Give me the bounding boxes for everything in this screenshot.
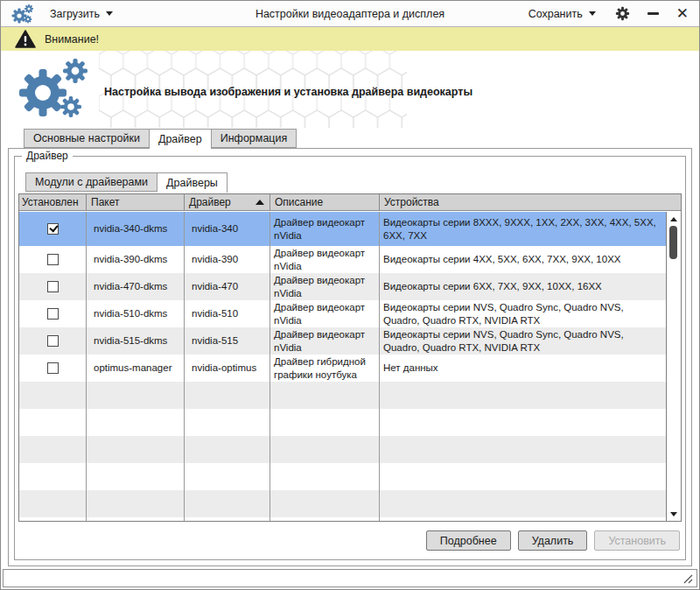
cell-package: nvidia-510-dkms — [87, 300, 185, 327]
empty-cell — [87, 409, 185, 436]
banner-gears-icon — [15, 58, 95, 121]
chevron-down-icon — [106, 11, 113, 16]
cell-devices: Нет данных — [380, 355, 666, 382]
minimize-button[interactable] — [648, 12, 659, 15]
banner: Настройка вывода изображения и установка… — [1, 51, 699, 128]
column-header-installed[interactable]: Установлен — [19, 194, 87, 210]
table-row[interactable]: nvidia-340-dkmsnvidia-340Драйвер видеока… — [19, 212, 666, 246]
empty-cell — [87, 490, 185, 517]
empty-cell — [19, 463, 87, 490]
save-menu-button[interactable]: Сохранить — [527, 4, 598, 24]
empty-cell — [270, 463, 380, 490]
driver-tab-panel: Драйвер Модули с драйверами Драйверы Уст… — [8, 148, 692, 566]
empty-cell — [270, 490, 380, 517]
empty-cell — [270, 517, 380, 521]
details-button[interactable]: Подробнее — [426, 530, 511, 551]
empty-table-row — [19, 517, 666, 521]
empty-cell — [270, 436, 380, 463]
warning-triangle-icon — [15, 30, 36, 48]
cell-installed — [19, 273, 87, 300]
tab-basic-settings[interactable]: Основные настройки — [24, 129, 150, 148]
empty-cell — [185, 490, 270, 517]
titlebar: Загрузить Настройки видеоадаптера и дисп… — [1, 1, 699, 27]
column-header-driver[interactable]: Драйвер — [185, 194, 270, 210]
remove-button[interactable]: Удалить — [518, 530, 588, 551]
table-row[interactable]: optimus-managernvidia-optimusДрайвер гиб… — [19, 355, 666, 382]
banner-title: Настройка вывода изображения и установка… — [104, 86, 472, 98]
empty-cell — [185, 463, 270, 490]
empty-cell — [19, 409, 87, 436]
column-header-description[interactable]: Описание — [270, 194, 380, 210]
empty-cell — [19, 517, 87, 521]
cell-package: nvidia-390-dkms — [87, 246, 185, 273]
close-icon: ✕ — [676, 6, 689, 21]
column-header-package[interactable]: Пакет — [87, 194, 185, 210]
table-row[interactable]: nvidia-470-dkmsnvidia-470Драйвер видеока… — [19, 273, 666, 300]
scrollbar-down-button[interactable] — [667, 508, 681, 520]
warning-label: Внимание! — [45, 33, 99, 46]
empty-table-row — [19, 382, 666, 409]
main-tabbar: Основные настройки Драйвер Информация — [24, 129, 297, 149]
cell-devices: Видеокарты серии NVS, Quadro Sync, Quadr… — [380, 327, 666, 355]
app-gears-icon — [11, 4, 34, 25]
installed-checkbox[interactable] — [47, 335, 59, 347]
empty-cell — [185, 436, 270, 463]
cell-devices: Видеокарты серии 4XX, 5XX, 6XX, 7XX, 9XX… — [380, 246, 666, 273]
cell-installed — [19, 212, 87, 246]
cell-package: optimus-manager — [87, 355, 185, 382]
tab-drivers[interactable]: Драйверы — [158, 172, 228, 193]
cell-driver: nvidia-510 — [185, 300, 270, 327]
scrollbar-up-button[interactable] — [667, 213, 681, 225]
titlebar-right-controls: Сохранить — [527, 4, 689, 24]
installed-checkbox[interactable] — [47, 223, 59, 235]
table-row[interactable]: nvidia-510-dkmsnvidia-510Драйвер видеока… — [19, 300, 666, 327]
empty-cell — [87, 382, 185, 409]
close-button[interactable]: ✕ — [676, 6, 689, 21]
installed-checkbox[interactable] — [47, 254, 59, 265]
empty-cell — [185, 517, 270, 521]
empty-cell — [270, 409, 380, 436]
table-row[interactable]: nvidia-515-dkmsnvidia-515Драйвер видеока… — [19, 327, 666, 355]
minimize-icon — [648, 12, 659, 15]
sort-ascending-icon — [256, 200, 264, 205]
column-header-devices[interactable]: Устройства — [380, 194, 681, 210]
table-row[interactable]: nvidia-390-dkmsnvidia-390Драйвер видеока… — [19, 246, 666, 273]
driver-table-body: nvidia-340-dkmsnvidia-340Драйвер видеока… — [19, 212, 666, 521]
empty-cell — [380, 436, 666, 463]
empty-cell — [87, 517, 185, 521]
chevron-down-icon — [589, 11, 596, 16]
cell-devices: Видеокарты серии 8XXX, 9XXX, 1XX, 2XX, 3… — [380, 212, 666, 246]
installed-checkbox[interactable] — [47, 281, 59, 292]
scrollbar-thumb[interactable] — [669, 226, 677, 259]
tab-information[interactable]: Информация — [212, 129, 298, 148]
cell-description: Драйвер видеокарт nVidia — [270, 246, 380, 273]
empty-table-row — [19, 409, 666, 436]
cell-installed — [19, 300, 87, 327]
cell-installed — [19, 327, 87, 355]
tab-driver-modules[interactable]: Модули с драйверами — [25, 172, 158, 192]
load-menu-button[interactable]: Загрузить — [48, 4, 115, 24]
cell-description: Драйвер видеокарт nVidia — [270, 300, 380, 327]
resize-grip-icon[interactable] — [682, 573, 693, 584]
cell-package: nvidia-470-dkms — [87, 273, 185, 300]
cell-devices: Видеокарты серии 6XX, 7XX, 9XX, 10XX, 16… — [380, 273, 666, 300]
cell-driver: nvidia-340 — [185, 212, 270, 246]
cell-driver: nvidia-optimus — [185, 355, 270, 382]
empty-cell — [380, 490, 666, 517]
installed-checkbox[interactable] — [47, 308, 59, 320]
cell-devices: Видеокарты серии NVS, Quadro Sync, Quadr… — [380, 300, 666, 327]
settings-gear-button[interactable] — [615, 6, 630, 21]
cell-installed — [19, 355, 87, 382]
vertical-scrollbar[interactable] — [666, 212, 681, 521]
empty-cell — [87, 436, 185, 463]
cell-package: nvidia-340-dkms — [87, 212, 185, 246]
tab-driver[interactable]: Драйвер — [150, 129, 212, 149]
save-label: Сохранить — [528, 8, 583, 20]
empty-table-row — [19, 436, 666, 463]
empty-cell — [380, 382, 666, 409]
installed-checkbox[interactable] — [47, 362, 59, 374]
cell-description: Драйвер гибридной графики ноутбука — [270, 355, 380, 382]
empty-cell — [270, 382, 380, 409]
install-button[interactable]: Установить — [594, 530, 680, 551]
cell-driver: nvidia-515 — [185, 327, 270, 355]
